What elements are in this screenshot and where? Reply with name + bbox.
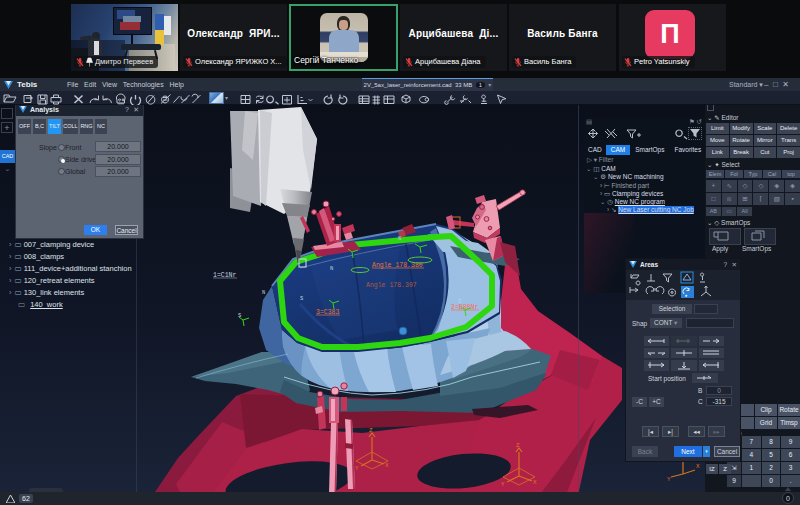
svg-text:N: N [330,265,333,272]
svg-text:N: N [398,235,401,242]
svg-text:Y: Y [355,465,359,472]
svg-text:Y: Y [501,481,505,488]
svg-text:0: 0 [786,495,790,502]
svg-text:X: X [533,479,537,486]
svg-text:Y: Y [667,476,671,483]
svg-text:Z: Z [369,427,373,434]
svg-text:X: X [385,462,389,469]
svg-text:Angle 178.307: Angle 178.307 [366,282,417,289]
svg-text:Z: Z [516,442,520,449]
svg-text:N: N [262,289,265,296]
svg-text:X: X [696,463,700,470]
